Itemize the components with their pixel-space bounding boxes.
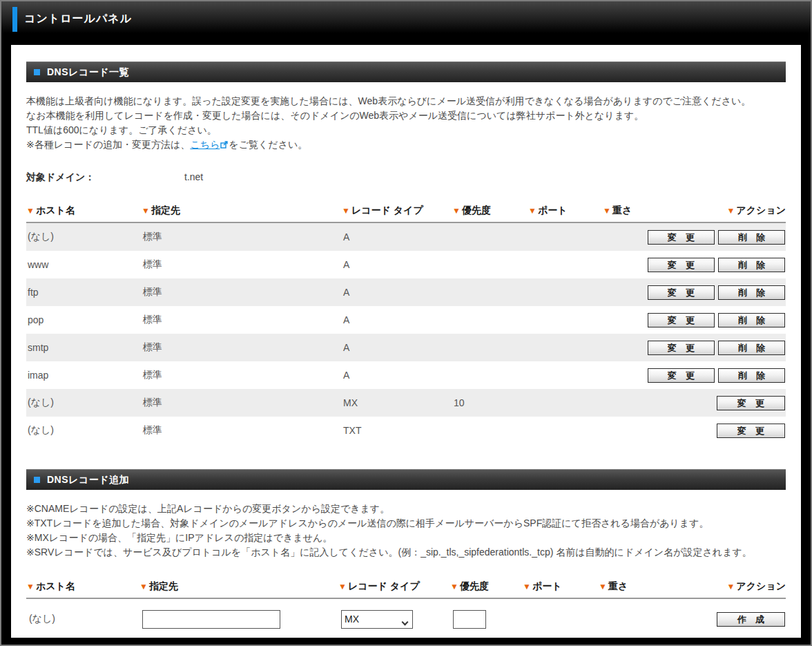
col-header-priority: ▼優先度 [450,580,523,593]
cell-type: A [343,342,454,353]
col-header-type: ▼レコード タイプ [342,205,452,217]
sort-arrow-icon: ▼ [452,206,461,216]
note-line: ※TXTレコードを追加した場合、対象ドメインのメールアドレスからのメール送信の際… [26,516,786,531]
delete-button[interactable]: 削 除 [718,313,785,327]
delete-button[interactable]: 削 除 [718,230,785,245]
cell-action: 変 更 削 除 [641,258,786,272]
sort-arrow-icon: ▼ [338,582,347,591]
note-line-with-link: ※各種レコードの追加・変更方法は、こちらをご覧ください。 [26,137,786,153]
change-button[interactable]: 変 更 [648,341,715,355]
dns-record-row: (なし) 標準 TXT 変 更 [26,417,786,444]
cell-host: (なし) [28,424,143,437]
blue-square-icon [34,69,40,75]
col-header-weight: ▼重さ [599,580,641,593]
cell-host: (なし) [28,397,143,409]
dns-record-row: imap 標準 A 変 更 削 除 [26,361,786,389]
cell-type: A [343,314,454,325]
add-notes: ※CNAMEレコードの設定は、上記Aレコードからの変更ボタンから設定できます。 … [26,502,786,560]
sort-arrow-icon: ▼ [450,582,458,591]
cell-type: A [343,231,454,243]
sort-arrow-icon: ▼ [726,206,735,216]
sort-arrow-icon: ▼ [599,582,607,591]
change-button[interactable]: 変 更 [717,396,785,410]
section-title: DNSレコード一覧 [47,66,129,79]
change-button[interactable]: 変 更 [648,285,715,300]
priority-input[interactable] [453,610,486,629]
external-link-icon [220,138,228,153]
change-button[interactable]: 変 更 [717,424,785,438]
dest-input[interactable] [142,610,280,629]
target-domain: 対象ドメイン： t.net [26,171,786,184]
col-header-weight: ▼重さ [603,205,641,217]
accent-bar [12,7,17,32]
col-header-dest: ▼指定先 [139,580,338,593]
dns-record-row: www 標準 A 変 更 削 除 [26,251,786,278]
dns-table-header: ▼ホスト名 ▼指定先 ▼レコード タイプ ▼優先度 ▼ポート ▼重さ ▼アクショ… [26,201,786,223]
delete-button[interactable]: 削 除 [718,341,785,355]
cell-action: 変 更 削 除 [641,285,786,300]
cell-dest: 標準 [143,314,343,326]
cell-priority: 10 [454,397,530,408]
link-note-suffix: をご覧ください。 [229,139,307,150]
sort-arrow-icon: ▼ [603,206,611,216]
sort-arrow-icon: ▼ [342,206,350,216]
sort-arrow-icon: ▼ [26,582,35,591]
sort-arrow-icon: ▼ [528,206,536,216]
dns-table-body: (なし) 標準 A 変 更 削 除 www 標準 A 変 更 削 除 ftp [26,223,786,444]
cell-dest: 標準 [143,258,343,271]
cell-host: pop [28,314,143,325]
dns-record-row: smtp 標準 A 変 更 削 除 [26,334,786,361]
change-button[interactable]: 変 更 [648,230,715,245]
cell-dest: 標準 [143,231,343,243]
create-button[interactable]: 作 成 [717,612,785,627]
cell-dest: 標準 [143,397,343,409]
dns-record-row: ftp 標準 A 変 更 削 除 [26,278,786,306]
col-header-host: ▼ホスト名 [26,580,139,593]
form-host-label: (なし) [29,613,142,625]
note-line: ※MXレコードの場合、「指定先」にIPアドレスの指定はできません。 [26,531,786,545]
link-note-prefix: ※各種レコードの追加・変更方法は、 [26,139,190,150]
sort-arrow-icon: ▼ [26,206,35,216]
blue-square-icon [34,477,40,483]
cell-dest: 標準 [143,424,343,437]
cell-host: smtp [28,342,143,353]
cell-dest: 標準 [143,369,343,381]
delete-button[interactable]: 削 除 [718,368,785,383]
dns-record-row: (なし) 標準 A 変 更 削 除 [26,223,786,251]
section-header-dns-list: DNSレコード一覧 [26,61,786,82]
add-form-row: (なし) MX 作 成 [26,599,786,639]
record-type-select[interactable]: MX [341,610,413,629]
section-header-dns-add: DNSレコード追加 [26,469,786,490]
cell-host: imap [28,370,143,381]
col-header-port: ▼ポート [523,580,599,593]
change-button[interactable]: 変 更 [648,258,715,272]
col-header-action: ▼アクション [641,580,786,593]
cell-action: 変 更 削 除 [641,368,786,383]
col-header-action: ▼アクション [641,205,786,217]
change-button[interactable]: 変 更 [648,368,715,383]
note-line: 本機能は上級者向け機能になります。誤った設定変更を実施した場合には、Web表示な… [26,94,786,108]
cell-dest: 標準 [143,341,343,354]
col-header-host: ▼ホスト名 [26,205,142,217]
cell-host: www [28,259,143,270]
delete-button[interactable]: 削 除 [718,285,785,300]
cell-host: (なし) [28,231,143,243]
col-header-dest: ▼指定先 [142,205,342,217]
cell-type: MX [343,397,454,408]
note-line: ※SRVレコードでは、サービス及びプロトコルを「ホスト名」に記入してください。(… [26,545,786,560]
target-domain-value: t.net [184,171,203,184]
content-panel: DNSレコード一覧 本機能は上級者向け機能になります。誤った設定変更を実施した場… [11,45,801,638]
cell-dest: 標準 [143,286,343,298]
help-link[interactable]: こちら [190,139,220,150]
change-button[interactable]: 変 更 [648,313,715,327]
topbar: コントロールパネル [1,1,811,37]
sort-arrow-icon: ▼ [726,582,735,591]
page-title: コントロールパネル [24,12,132,26]
sort-arrow-icon: ▼ [142,206,150,216]
col-header-type: ▼レコード タイプ [338,580,450,593]
cell-action: 作 成 [641,612,786,627]
delete-button[interactable]: 削 除 [718,258,785,272]
list-notes: 本機能は上級者向け機能になります。誤った設定変更を実施した場合には、Web表示な… [26,94,786,153]
dns-record-row: (なし) 標準 MX 10 変 更 [26,389,786,417]
cell-type: A [343,370,454,381]
